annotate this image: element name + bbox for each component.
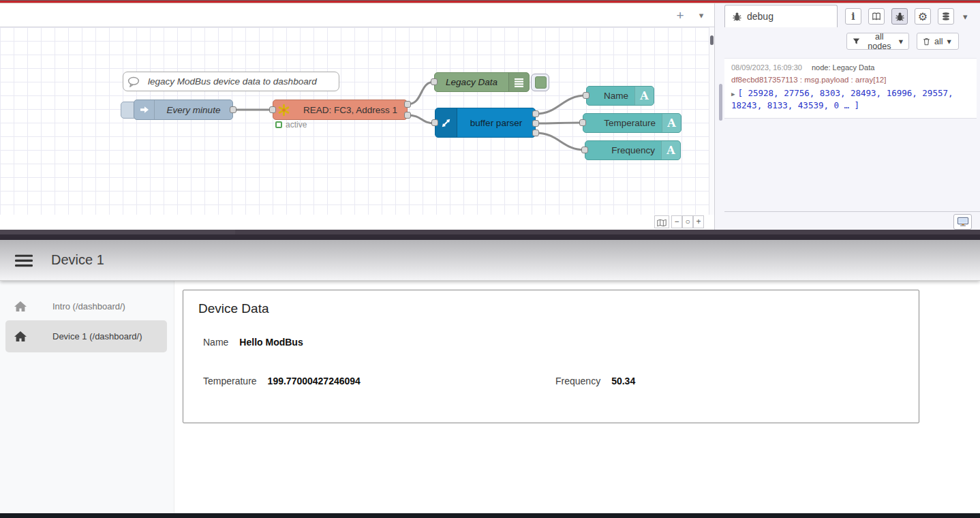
nav-item-device-1[interactable]: Device 1 (/dashboard/) xyxy=(5,320,167,352)
ui-text-node-label: Temperature xyxy=(583,118,662,128)
zoom-in-button[interactable]: + xyxy=(693,215,704,228)
window-divider-band xyxy=(0,230,980,240)
home-icon xyxy=(14,331,27,342)
config-nodes-tab-button[interactable]: ⚙ xyxy=(915,8,931,25)
ui-temperature-input-port[interactable] xyxy=(579,119,586,126)
debug-message-source: node: Legacy Data xyxy=(812,63,874,72)
status-text: active xyxy=(286,120,307,130)
open-in-new-window-button[interactable] xyxy=(953,214,972,230)
debug-filter-label: all nodes xyxy=(864,32,895,51)
info-tab-button[interactable]: i xyxy=(845,8,861,25)
ui-text-node-frequency[interactable]: Frequency A xyxy=(585,140,681,160)
inject-node-label: Every minute xyxy=(155,105,232,115)
field-name: Name Hello ModBus xyxy=(203,337,303,348)
debug-message[interactable]: 08/09/2023, 16:09:30 node: Legacy Data d… xyxy=(724,58,977,119)
expand-diagonal-icon xyxy=(435,108,457,137)
modbus-read-node[interactable]: READ: FC3, Address 1 xyxy=(273,100,408,120)
status-ring-icon xyxy=(275,121,282,128)
debug-message-property: df8ecbd817357113 : msg.payload : array[1… xyxy=(731,76,970,84)
dashboard: Device 1 Intro (/dashboard/) Device 1 (/… xyxy=(0,240,980,513)
text-a-icon: A xyxy=(662,114,681,132)
field-value: Hello ModBus xyxy=(239,337,303,348)
payload-array: [ 25928, 27756, 8303, 28493, 16996, 2955… xyxy=(731,88,953,110)
nav-item-label: Device 1 (/dashboard/) xyxy=(52,331,142,341)
scrollbar-thumb[interactable] xyxy=(710,35,714,45)
modbus-output-port-2[interactable] xyxy=(404,112,411,119)
inject-output-port[interactable] xyxy=(230,106,236,113)
buffer-parser-node-label: buffer parser xyxy=(457,118,535,128)
expand-triangle-icon[interactable]: ▶ xyxy=(731,91,735,97)
debug-message-timestamp: 08/09/2023, 16:09:30 xyxy=(731,63,802,72)
flow-list-caret-icon[interactable]: ▾ xyxy=(692,7,710,24)
screen: + ▾ legacy ModBus device data to dashboa… xyxy=(0,0,980,518)
sidebar-resize-grip[interactable] xyxy=(719,84,722,121)
divider-segment xyxy=(0,230,235,234)
buffer-output-port-1[interactable] xyxy=(532,110,539,117)
book-icon xyxy=(872,12,881,21)
debug-enable-toggle[interactable] xyxy=(531,74,549,91)
debug-clear-button[interactable]: all ▾ xyxy=(917,33,959,50)
navigator-map-button[interactable] xyxy=(654,215,669,228)
modbus-output-port-1[interactable] xyxy=(404,101,411,108)
funnel-icon xyxy=(853,37,860,45)
caret-down-icon: ▾ xyxy=(899,36,903,46)
comment-node-label: legacy ModBus device data to dashboard xyxy=(144,76,339,87)
ui-text-node-name[interactable]: Name A xyxy=(586,86,654,106)
debug-message-meta: 08/09/2023, 16:09:30 node: Legacy Data xyxy=(731,63,970,72)
field-frequency: Frequency 50.34 xyxy=(555,376,635,386)
ui-frequency-input-port[interactable] xyxy=(581,147,588,153)
speech-bubble-icon xyxy=(123,72,144,91)
field-label: Name xyxy=(203,337,228,348)
ui-text-node-label: Frequency xyxy=(585,145,661,155)
database-icon xyxy=(941,12,951,21)
debug-node-legacy-data[interactable]: Legacy Data xyxy=(434,72,530,92)
ui-text-node-temperature[interactable]: Temperature A xyxy=(583,113,682,133)
device-data-card: Device Data Name Hello ModBus Temperatur… xyxy=(183,290,919,423)
tab-debug[interactable]: debug xyxy=(724,5,838,27)
buffer-output-port-2[interactable] xyxy=(532,120,539,127)
dashboard-page-title: Device 1 xyxy=(51,252,104,268)
buffer-input-port[interactable] xyxy=(431,119,438,126)
zoom-reset-button[interactable]: ○ xyxy=(682,215,693,228)
trash-icon xyxy=(923,37,930,46)
inject-arrow-icon xyxy=(134,100,155,119)
ui-name-input-port[interactable] xyxy=(583,92,589,99)
add-flow-button[interactable]: + xyxy=(671,7,689,24)
buffer-parser-node[interactable]: buffer parser xyxy=(435,108,536,138)
bottom-window-band xyxy=(0,513,980,518)
zoom-out-button[interactable]: − xyxy=(671,215,682,228)
workspace-footer: − ○ + xyxy=(0,215,714,230)
modbus-read-node-label: READ: FC3, Address 1 xyxy=(294,105,407,115)
debug-message-payload: ▶[ 25928, 27756, 8303, 28493, 16996, 295… xyxy=(731,87,970,112)
nav-item-intro[interactable]: Intro (/dashboard/) xyxy=(5,293,167,319)
tab-debug-label: debug xyxy=(747,11,774,22)
bug-icon xyxy=(895,12,905,22)
debug-sidebar: debug i ⚙ ▾ xyxy=(714,3,980,230)
text-a-icon: A xyxy=(661,141,680,159)
dashboard-header: Device 1 xyxy=(0,240,980,281)
buffer-output-port-3[interactable] xyxy=(532,130,539,136)
context-data-tab-button[interactable] xyxy=(938,8,954,25)
sidebar-more-caret-icon[interactable]: ▾ xyxy=(963,12,968,22)
help-tab-button[interactable] xyxy=(868,8,885,25)
ui-text-node-label: Name xyxy=(587,91,634,101)
info-icon: i xyxy=(851,11,855,22)
sidebar-footer xyxy=(724,211,980,230)
modbus-input-port[interactable] xyxy=(269,106,276,113)
debug-filter-button[interactable]: all nodes ▾ xyxy=(846,33,909,50)
field-temperature: Temperature 199.77000427246094 xyxy=(203,376,361,386)
debug-clear-label: all xyxy=(934,37,943,46)
workspace-scrollbar[interactable] xyxy=(709,27,714,215)
caret-down-icon: ▾ xyxy=(947,36,951,46)
hamburger-menu-button[interactable] xyxy=(15,254,33,267)
inject-node[interactable]: Every minute xyxy=(134,100,233,120)
gear-icon: ⚙ xyxy=(918,10,928,23)
debug-toggle-indicator xyxy=(535,76,547,89)
field-label: Temperature xyxy=(203,376,257,386)
comment-node[interactable]: legacy ModBus device data to dashboard xyxy=(123,72,339,91)
field-value: 199.77000427246094 xyxy=(268,376,361,386)
debug-tab-button[interactable] xyxy=(891,8,908,25)
debug-node-label: Legacy Data xyxy=(435,77,508,87)
bug-icon xyxy=(732,12,742,22)
debug-input-port[interactable] xyxy=(431,78,438,85)
